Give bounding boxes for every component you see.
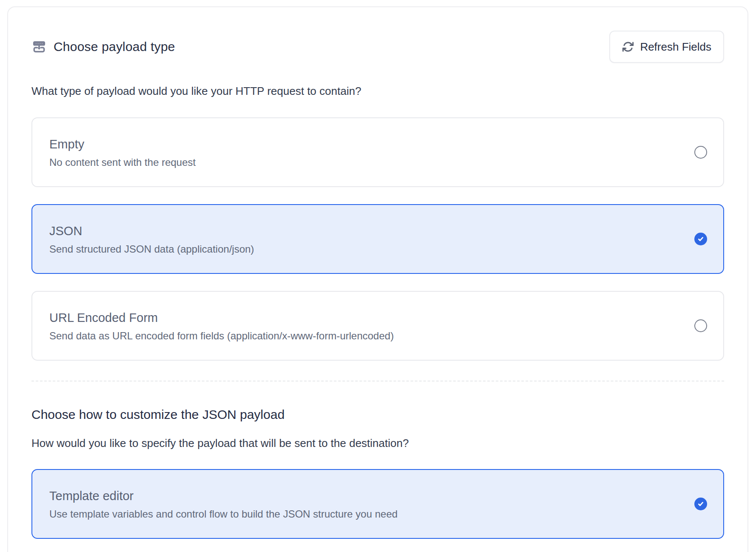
page-title: Choose payload type (54, 40, 175, 54)
customize-section-heading: Choose how to customize the JSON payload (31, 407, 724, 423)
option-card-empty[interactable]: Empty No content sent with the request (31, 117, 724, 187)
option-description: Use template variables and control flow … (49, 508, 398, 520)
check-icon (694, 498, 707, 510)
payload-type-question: What type of payload would you like your… (31, 84, 724, 98)
option-text: JSON Send structured JSON data (applicat… (49, 223, 254, 255)
option-card-template-editor[interactable]: Template editor Use template variables a… (31, 469, 724, 539)
option-text: Template editor Use template variables a… (49, 488, 398, 520)
panel-header-left: Choose payload type (31, 39, 175, 54)
option-title: JSON (49, 223, 254, 239)
option-text: URL Encoded Form Send data as URL encode… (49, 310, 394, 342)
option-description: Send data as URL encoded form fields (ap… (49, 330, 394, 342)
customize-options: Template editor Use template variables a… (31, 469, 724, 539)
payload-tray-icon (31, 39, 47, 54)
option-indicator[interactable] (694, 498, 707, 510)
option-indicator[interactable] (694, 233, 707, 245)
option-card-json[interactable]: JSON Send structured JSON data (applicat… (31, 204, 724, 274)
refresh-fields-button[interactable]: Refresh Fields (609, 31, 724, 63)
option-title: URL Encoded Form (49, 310, 394, 325)
radio-unselected-icon (694, 319, 707, 332)
refresh-icon (622, 41, 634, 53)
payload-settings-panel: Choose payload type Refresh Fields What … (7, 6, 748, 552)
check-icon (694, 233, 707, 245)
option-indicator[interactable] (694, 319, 707, 332)
option-text: Empty No content sent with the request (49, 137, 196, 168)
option-description: Send structured JSON data (application/j… (49, 243, 254, 255)
option-card-url-encoded-form[interactable]: URL Encoded Form Send data as URL encode… (31, 291, 724, 361)
customize-section-question: How would you like to specify the payloa… (31, 436, 724, 450)
option-title: Empty (49, 137, 196, 152)
option-indicator[interactable] (694, 146, 707, 159)
section-divider (31, 381, 724, 381)
option-description: No content sent with the request (49, 156, 196, 168)
refresh-fields-label: Refresh Fields (640, 40, 711, 54)
option-title: Template editor (49, 488, 398, 504)
panel-header: Choose payload type Refresh Fields (31, 31, 724, 63)
payload-type-options: Empty No content sent with the request J… (31, 117, 724, 361)
radio-unselected-icon (694, 146, 707, 159)
